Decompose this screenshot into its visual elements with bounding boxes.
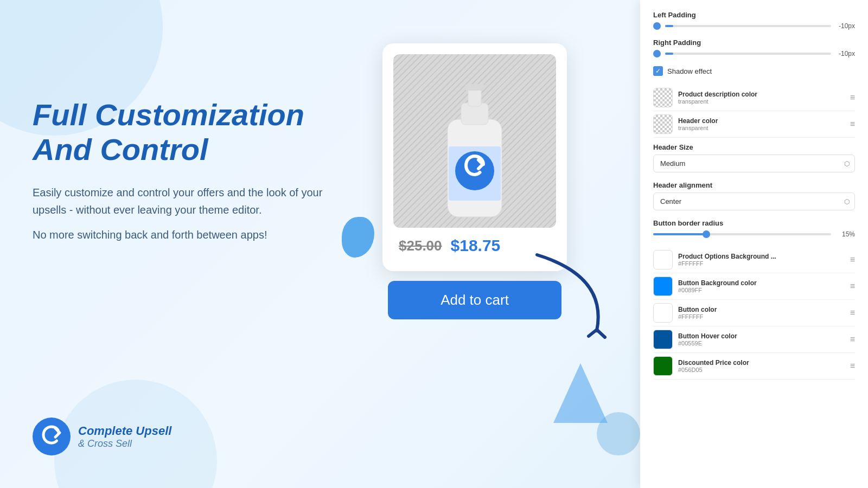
logo-area: Complete Upsell & Cross Sell (33, 418, 171, 455)
description1: Easily customize and control your offers… (33, 184, 358, 219)
logo-name: Complete Upsell (78, 424, 171, 438)
color-swatch-button-hover[interactable] (653, 330, 673, 349)
right-padding-slider-row: -10px (653, 50, 855, 57)
left-section: Full Customization And Control Easily cu… (33, 98, 358, 251)
button-border-radius-track[interactable] (653, 233, 831, 235)
color-value-product-desc: transparent (678, 98, 845, 105)
color-row-discounted-price: Discounted Price color #056D05 ≡ (653, 353, 855, 380)
svg-rect-4 (465, 84, 484, 91)
svg-marker-7 (553, 363, 608, 423)
right-panel: Left Padding -10px Right Padding -10px ✓… (640, 0, 868, 488)
right-padding-thumb[interactable] (653, 50, 661, 57)
left-padding-value: -10px (835, 22, 855, 30)
product-card: $25.00 $18.75 (382, 43, 567, 271)
color-name-button-hover: Button Hover color (678, 332, 845, 340)
color-name-product-desc: Product description color (678, 91, 845, 98)
header-size-label: Header Size (653, 143, 855, 151)
logo-text: Complete Upsell & Cross Sell (78, 424, 171, 450)
color-value-button-color: #FFFFFF (678, 313, 845, 320)
deco-triangle (553, 363, 608, 423)
color-info-product-desc: Product description color transparent (678, 91, 845, 105)
color-menu-icon-button-bg[interactable]: ≡ (850, 281, 855, 291)
color-value-button-hover: #00559E (678, 340, 845, 346)
button-border-radius-thumb[interactable] (703, 230, 710, 238)
color-name-header: Header color (678, 117, 845, 125)
color-row-button-hover: Button Hover color #00559E ≡ (653, 326, 855, 353)
color-info-header: Header color transparent (678, 117, 845, 131)
original-price: $25.00 (399, 237, 442, 254)
color-value-product-options-bg: #FFFFFF (678, 260, 845, 267)
button-border-radius-label: Button border radius (653, 219, 855, 227)
shadow-effect-label: Shadow effect (667, 67, 712, 75)
shadow-effect-checkbox[interactable]: ✓ (653, 66, 663, 76)
color-row-button-color: Button color #FFFFFF ≡ (653, 300, 855, 326)
color-value-button-bg: #0089FF (678, 287, 845, 293)
color-info-button-bg: Button Background color #0089FF (678, 279, 845, 293)
color-menu-icon-button-color[interactable]: ≡ (850, 308, 855, 318)
color-row-button-bg: Button Background color #0089FF ≡ (653, 273, 855, 300)
sale-price: $18.75 (451, 236, 501, 255)
header-size-row: Header Size Medium Small Large ⬡ (653, 143, 855, 172)
color-name-discounted-price: Discounted Price color (678, 359, 845, 367)
color-value-discounted-price: #056D05 (678, 367, 845, 373)
color-swatch-header[interactable] (653, 114, 673, 134)
color-rows-top: Product description color transparent ≡ … (653, 85, 855, 138)
shadow-effect-checkbox-row: ✓ Shadow effect (653, 66, 855, 76)
color-info-button-color: Button color #FFFFFF (678, 306, 845, 320)
svg-point-0 (33, 418, 71, 455)
main-heading: Full Customization And Control (33, 98, 358, 168)
color-name-product-options-bg: Product Options Background ... (678, 253, 845, 260)
left-padding-fill (665, 25, 673, 27)
header-size-select[interactable]: Medium Small Large (653, 155, 855, 172)
color-swatch-button-color[interactable] (653, 303, 673, 323)
color-row-product-desc: Product description color transparent ≡ (653, 85, 855, 111)
color-menu-icon-product-desc[interactable]: ≡ (850, 93, 855, 102)
color-value-header: transparent (678, 125, 845, 131)
right-padding-fill (665, 53, 673, 55)
color-menu-icon-product-options-bg[interactable]: ≡ (850, 255, 855, 265)
right-padding-row: Right Padding -10px (653, 38, 855, 57)
color-menu-icon-discounted-price[interactable]: ≡ (850, 361, 855, 371)
product-image-container (393, 54, 556, 228)
color-info-discounted-price: Discounted Price color #056D05 (678, 359, 845, 373)
shadow-effect-row: ✓ Shadow effect (653, 66, 855, 76)
product-bottle-svg (426, 76, 524, 228)
right-padding-track[interactable] (665, 53, 831, 55)
left-padding-label: Left Padding (653, 11, 855, 19)
header-size-select-row: Medium Small Large ⬡ (653, 155, 855, 172)
color-name-button-color: Button color (678, 306, 845, 313)
color-menu-icon-button-hover[interactable]: ≡ (850, 335, 855, 344)
left-padding-slider-row: -10px (653, 22, 855, 30)
description2: No more switching back and forth between… (33, 226, 358, 243)
right-padding-label: Right Padding (653, 38, 855, 47)
color-info-product-options-bg: Product Options Background ... #FFFFFF (678, 253, 845, 267)
color-swatch-discounted-price[interactable] (653, 356, 673, 376)
button-border-radius-slider-row: 15% (653, 230, 855, 238)
header-alignment-select-row: Center Left Right ⬡ (653, 192, 855, 210)
left-padding-track[interactable] (665, 25, 831, 27)
color-row-header: Header color transparent ≡ (653, 111, 855, 138)
left-padding-thumb[interactable] (653, 22, 661, 30)
header-alignment-label: Header alignment (653, 181, 855, 189)
color-info-button-hover: Button Hover color #00559E (678, 332, 845, 346)
color-menu-icon-header[interactable]: ≡ (850, 119, 855, 129)
color-name-button-bg: Button Background color (678, 279, 845, 287)
header-alignment-row: Header alignment Center Left Right ⬡ (653, 181, 855, 210)
logo-sub: & Cross Sell (78, 438, 171, 450)
header-alignment-select[interactable]: Center Left Right (653, 192, 855, 210)
checkbox-checkmark: ✓ (655, 67, 661, 75)
logo-icon (33, 418, 71, 455)
button-border-radius-value: 15% (835, 230, 855, 238)
button-border-radius-fill (653, 233, 706, 235)
color-swatch-product-options-bg[interactable] (653, 250, 673, 269)
color-swatch-product-desc[interactable] (653, 88, 673, 107)
left-padding-row: Left Padding -10px (653, 11, 855, 30)
button-border-radius-row: Button border radius 15% (653, 219, 855, 238)
arrow-decoration (521, 244, 629, 352)
color-swatch-button-bg[interactable] (653, 277, 673, 296)
right-padding-value: -10px (835, 50, 855, 57)
color-row-product-options-bg: Product Options Background ... #FFFFFF ≡ (653, 247, 855, 273)
